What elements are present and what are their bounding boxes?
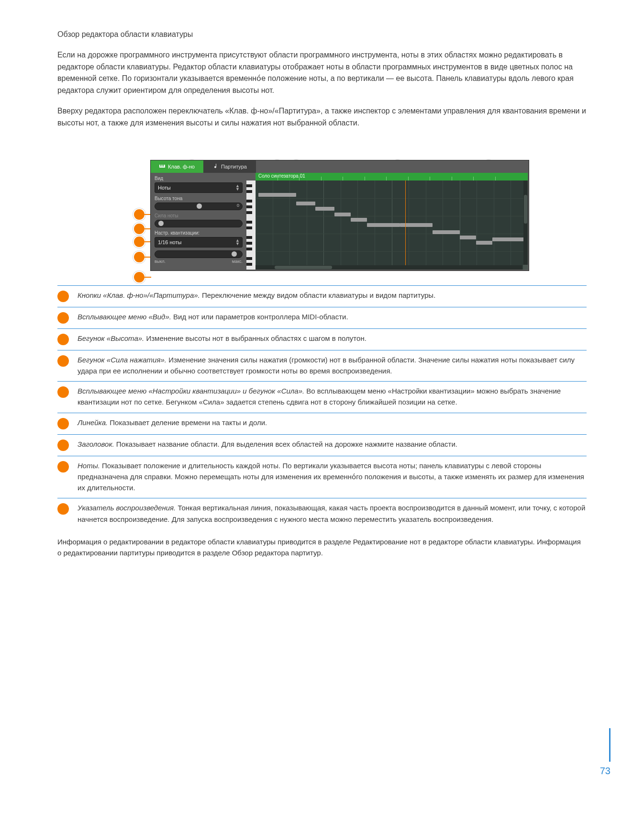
callout-dot-icon: [57, 291, 69, 302]
callout-marker-pitch: [133, 223, 145, 235]
callout-marker-velocity: [133, 236, 145, 248]
tab-piano-roll[interactable]: Клав. ф-но: [151, 160, 203, 173]
callout-row: Кнопки «Клав. ф-но»/«Партитура». Переклю…: [57, 285, 587, 307]
pitch-value: 0: [237, 203, 239, 208]
midi-note[interactable]: [433, 230, 460, 234]
callout-row: Всплывающее меню «Вид». Вид нот или пара…: [57, 307, 587, 328]
note-grid[interactable]: [255, 180, 528, 270]
midi-note[interactable]: [315, 207, 334, 211]
callout-marker-strength: [133, 271, 145, 283]
quantize-popup[interactable]: 1/16 ноты ▲▼: [155, 237, 243, 248]
piano-roll-editor: Клав. ф-но Партитура Соло синтезатора 01: [150, 160, 529, 271]
svg-rect-3: [163, 165, 164, 167]
quantize-value: 1/16 ноты: [158, 239, 181, 245]
piano-roll-icon: [159, 163, 165, 170]
midi-note[interactable]: [400, 223, 433, 227]
callout-dot-icon: [57, 440, 69, 451]
callout-row: Линейка. Показывает деление времени на т…: [57, 413, 587, 434]
tab-score[interactable]: Партитура: [203, 160, 256, 173]
inspector-panel: Вид Ноты ▲▼ Высота тона 0 Сила ноты: [151, 173, 246, 270]
velocity-slider[interactable]: [155, 220, 243, 227]
link-score-overview[interactable]: Обзор редактора партитур: [232, 549, 321, 557]
svg-rect-1: [160, 165, 161, 167]
callout-row: Всплывающее меню «Настройки квантизации»…: [57, 381, 587, 413]
callout-row: Бегунок «Сила нажатия». Изменение значен…: [57, 350, 587, 382]
region-name[interactable]: Соло синтезатора 01: [258, 173, 305, 179]
zoom-handle-icon[interactable]: [523, 265, 528, 270]
keyboard-strip[interactable]: [246, 180, 255, 270]
callout-row: Бегунок «Высота». Изменение высоты нот в…: [57, 328, 587, 350]
link-edit-notes[interactable]: Редактирование нот в редакторе области к…: [353, 538, 533, 546]
callout-dot-icon: [57, 386, 69, 398]
music-note-icon: [212, 163, 218, 170]
callout-dot-icon: [57, 355, 69, 367]
section-title: Обзор редактора области клавиатуры: [57, 29, 587, 41]
page-number-tab: 73: [589, 728, 611, 777]
view-switch-tabs: Клав. ф-но Партитура: [151, 160, 529, 173]
quantize-label: Настр. квантизации:: [155, 230, 243, 236]
intro-paragraph-1: Если на дорожке программного инструмента…: [57, 49, 587, 97]
intro-paragraph-2: Вверху редактора расположен переключател…: [57, 105, 587, 129]
callout-dot-icon: [57, 334, 69, 345]
callout-dot-icon: [57, 312, 69, 324]
velocity-label: Сила ноты: [155, 213, 243, 218]
editor-figure: Клав. ф-но Партитура Соло синтезатора 01: [133, 160, 511, 271]
pitch-label: Высота тона: [155, 196, 243, 201]
midi-note[interactable]: [296, 202, 315, 205]
vertical-scrollbar[interactable]: [523, 180, 528, 265]
view-popup-value: Ноты: [158, 185, 171, 191]
playhead[interactable]: [405, 180, 406, 270]
midi-note[interactable]: [258, 193, 297, 197]
midi-note[interactable]: [334, 213, 351, 216]
tab-piano-roll-label: Клав. ф-но: [168, 164, 195, 169]
view-popup[interactable]: Ноты ▲▼: [155, 182, 243, 193]
callout-row: Заголовок. Показывает название области. …: [57, 434, 587, 456]
ruler[interactable]: Соло синтезатора 01: [255, 173, 528, 180]
pitch-slider[interactable]: 0: [155, 203, 243, 210]
svg-rect-2: [162, 165, 163, 167]
midi-note[interactable]: [492, 237, 525, 241]
strength-off-label: выкл.: [155, 259, 166, 264]
callout-dot-icon: [57, 461, 69, 473]
page-number: 73: [589, 766, 611, 777]
intro-block: Обзор редактора области клавиатуры Если …: [57, 29, 587, 129]
popup-arrows-icon: ▲▼: [235, 184, 240, 191]
midi-note[interactable]: [460, 236, 476, 239]
tab-score-label: Партитура: [221, 164, 247, 169]
view-label: Вид: [155, 176, 243, 181]
callout-marker-quantize: [133, 251, 145, 263]
see-also-paragraph: Информация о редактировании в редакторе …: [57, 536, 587, 559]
callout-legend: Кнопки «Клав. ф-но»/«Партитура». Переклю…: [57, 285, 587, 530]
midi-note[interactable]: [351, 218, 367, 222]
midi-note[interactable]: [476, 241, 492, 245]
horizontal-scrollbar[interactable]: [255, 265, 522, 270]
callout-dot-icon: [57, 503, 69, 515]
popup-arrows-icon: ▲▼: [235, 239, 240, 246]
callout-row: Ноты. Показывает положение и длительност…: [57, 456, 587, 498]
callout-dot-icon: [57, 418, 69, 429]
midi-note[interactable]: [367, 223, 400, 227]
callout-row: Указатель воспроизведения. Тонкая вертик…: [57, 498, 587, 530]
callout-marker-view: [133, 208, 145, 221]
strength-max-label: макс.: [232, 259, 243, 264]
strength-slider[interactable]: [155, 250, 243, 258]
